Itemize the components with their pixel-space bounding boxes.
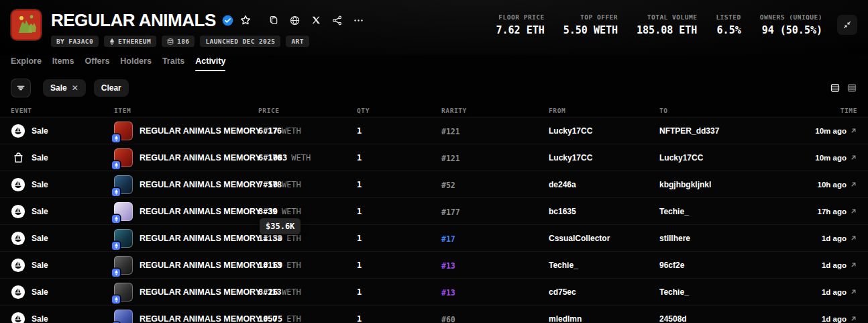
item-thumbnail [114, 122, 133, 140]
col-from: FROM [549, 107, 659, 114]
website-globe-icon[interactable] [289, 15, 301, 26]
price-amount: 7.50 [258, 180, 278, 189]
tx-link[interactable]: 1d ago [777, 261, 857, 269]
rarity-rank[interactable]: #121 [441, 154, 460, 163]
tab-bar: Explore Items Offers Holders Traits Acti… [0, 56, 868, 74]
item-link[interactable]: REGULAR ANIMALS MEMORY #113 [114, 283, 258, 302]
rarity-rank[interactable]: #17 [441, 234, 455, 244]
remove-filter-icon[interactable]: ✕ [72, 83, 78, 93]
collapse-header-button[interactable] [837, 15, 857, 35]
event-type: Sale [32, 153, 48, 163]
watchlist-star-icon[interactable] [239, 14, 252, 26]
supply-badge-label: 186 [177, 38, 189, 45]
table-row[interactable]: Sale REGULAR ANIMALS MEMORY #39 8.30WETH… [0, 197, 868, 224]
table-row[interactable]: Sale REGULAR ANIMALS MEMORY #113 10.69ET… [0, 251, 868, 278]
table-row[interactable]: Sale REGULAR ANIMALS MEMORY #178 7.50WET… [0, 171, 868, 197]
item-link[interactable]: REGULAR ANIMALS MEMORY #113 [114, 256, 258, 275]
from-address[interactable]: Lucky17CC [549, 126, 659, 136]
from-address[interactable]: de246a [549, 180, 659, 189]
item-thumbnail [114, 283, 133, 302]
quantity: 1 [357, 207, 441, 216]
stat-value: 7.62 ETH [496, 24, 545, 36]
item-name: REGULAR ANIMALS MEMORY #39 [140, 207, 277, 216]
from-address[interactable]: Lucky17CC [549, 153, 659, 163]
to-address[interactable]: kbgjhbgkljnkl [659, 180, 777, 189]
tab-traits[interactable]: Traits [162, 56, 184, 71]
filter-chip-sale[interactable]: Sale ✕ [43, 79, 86, 97]
table-row[interactable]: Sale REGULAR ANIMALS MEMORY #176 6.1083W… [0, 144, 868, 171]
from-address[interactable]: CssualCollector [549, 234, 659, 243]
collection-avatar[interactable] [11, 9, 42, 40]
chain-badge[interactable]: ETHEREUM [104, 36, 156, 47]
item-link[interactable]: REGULAR ANIMALS MEMORY #176 [114, 148, 258, 167]
bag-icon [11, 151, 25, 164]
eth-chain-badge-icon [112, 134, 120, 142]
share-icon[interactable] [331, 15, 343, 26]
collection-stats: FLOOR PRICE 7.62 ETH TOP OFFER 5.50 WETH… [496, 13, 822, 36]
rarity-rank[interactable]: #60 [441, 315, 455, 323]
item-link[interactable]: REGULAR ANIMALS MEMORY #50 [114, 310, 258, 323]
price-amount: 10.69 [258, 261, 282, 270]
tx-link[interactable]: 1d ago [777, 315, 857, 323]
collection-header: REGULAR ANIMALS [0, 0, 868, 55]
tab-items[interactable]: Items [52, 56, 74, 71]
from-address[interactable]: Techie_ [549, 261, 659, 270]
rarity-rank[interactable]: #52 [441, 181, 455, 190]
to-address[interactable]: 96cf2e [659, 261, 777, 270]
table-row[interactable]: Sale REGULAR ANIMALS MEMORY #133 11.50ET… [0, 224, 868, 251]
col-to: TO [659, 107, 777, 114]
creator-badge[interactable]: BY FA3AC0 [51, 36, 99, 47]
tab-explore[interactable]: Explore [11, 56, 42, 71]
item-link[interactable]: REGULAR ANIMALS MEMORY #176 [114, 122, 258, 140]
table-row[interactable]: Sale REGULAR ANIMALS MEMORY #50 10.75ETH… [0, 305, 868, 323]
supply-badge[interactable]: 186 [162, 36, 195, 47]
clear-filters-button[interactable]: Clear [94, 79, 129, 97]
opensea-icon [11, 204, 25, 219]
tx-link[interactable]: 10h ago [777, 181, 857, 189]
price-amount: 8.30 [258, 207, 278, 216]
time-ago: 10m ago [815, 127, 847, 135]
to-address[interactable]: stillhere [659, 234, 777, 243]
quantity: 1 [357, 261, 441, 270]
rarity-rank[interactable]: #121 [441, 127, 460, 136]
price-cell: 8.26WETH [258, 287, 357, 297]
to-address[interactable]: 24508d [659, 314, 777, 323]
x-twitter-icon[interactable] [311, 15, 321, 26]
item-link[interactable]: REGULAR ANIMALS MEMORY #133 [114, 229, 258, 248]
more-options-icon[interactable] [353, 15, 364, 26]
external-link-icon [850, 154, 857, 161]
compact-view-icon[interactable] [847, 83, 857, 93]
copy-address-icon[interactable] [268, 15, 279, 26]
rarity-rank[interactable]: #13 [441, 288, 455, 297]
from-address[interactable]: cd75ec [549, 287, 659, 297]
price-currency: ETH [286, 314, 301, 323]
from-address[interactable]: bc1635 [549, 207, 659, 216]
tab-holders[interactable]: Holders [120, 56, 152, 71]
filter-toggle-button[interactable] [11, 79, 31, 97]
rarity-rank[interactable]: #177 [441, 207, 460, 217]
tx-link[interactable]: 10m ago [777, 127, 857, 135]
to-address[interactable]: NFTPER_dd337 [659, 126, 777, 136]
page-title: REGULAR ANIMALS [51, 10, 216, 31]
stat-label: FLOOR PRICE [498, 13, 544, 21]
tab-offers[interactable]: Offers [85, 56, 110, 71]
from-address[interactable]: mledlmn [549, 314, 659, 323]
verified-badge-icon [222, 15, 233, 26]
item-link[interactable]: REGULAR ANIMALS MEMORY #178 [114, 175, 258, 194]
tab-activity[interactable]: Activity [195, 56, 225, 71]
item-link[interactable]: REGULAR ANIMALS MEMORY #39 [114, 202, 258, 221]
to-address[interactable]: Techie_ [659, 207, 777, 216]
row-view-icon[interactable] [830, 83, 840, 93]
item-thumbnail [114, 175, 133, 194]
to-address[interactable]: Lucky17CC [659, 153, 777, 163]
to-address[interactable]: Techie_ [659, 287, 777, 297]
tx-link[interactable]: 1d ago [777, 234, 857, 242]
tx-link[interactable]: 17h ago [777, 207, 857, 216]
price-cell: 10.69ETH [258, 261, 357, 270]
tx-link[interactable]: 10m ago [777, 154, 857, 162]
rarity-rank[interactable]: #13 [441, 261, 455, 271]
table-row[interactable]: Sale REGULAR ANIMALS MEMORY #113 8.26WET… [0, 278, 868, 305]
category-badge[interactable]: ART [286, 36, 309, 47]
tx-link[interactable]: 1d ago [777, 288, 857, 296]
table-row[interactable]: Sale REGULAR ANIMALS MEMORY #176 6.17WET… [0, 117, 868, 144]
